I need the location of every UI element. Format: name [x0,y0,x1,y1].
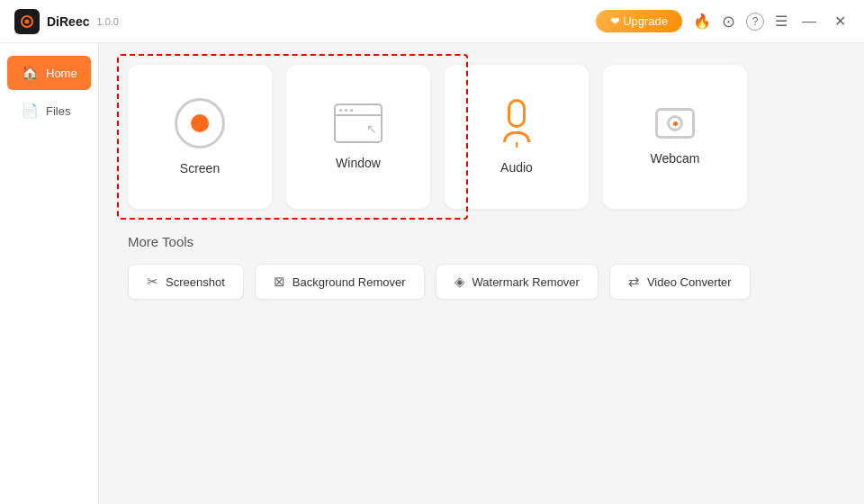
settings-icon[interactable]: ⊙ [722,14,735,30]
screen-circle-inner [191,114,209,132]
cam-dot [673,122,678,126]
content-area: Screen ↖ Window [99,43,864,504]
minimize-button[interactable]: — [798,12,820,32]
screenshot-tool-button[interactable]: ✂ Screenshot [128,264,244,300]
cam-body [655,108,695,139]
mic-stand [503,131,530,142]
app-name: DiReec [47,14,89,29]
cam-lens [667,115,683,131]
title-bar-left: DiReec 1.0.0 [14,9,119,34]
close-button[interactable]: ✕ [831,11,850,32]
files-icon: 📄 [22,103,39,119]
webcam-card[interactable]: Webcam [603,65,747,209]
dot3 [350,109,353,112]
video-converter-label: Video Converter [647,275,732,289]
bg-remover-tool-button[interactable]: ⊠ Background Remover [255,264,425,300]
sidebar: 🏠 Home 📄 Files [0,43,99,504]
screenshot-icon: ✂ [147,274,158,290]
sidebar-item-home[interactable]: 🏠 Home [7,56,91,90]
screenshot-label: Screenshot [166,275,225,289]
dot1 [339,109,342,112]
home-icon: 🏠 [22,65,39,81]
screen-card[interactable]: Screen [128,65,272,209]
webcam-label: Webcam [651,151,700,166]
window-card[interactable]: ↖ Window [286,65,430,209]
app-version: 1.0.0 [96,16,118,27]
video-converter-tool-button[interactable]: ⇄ Video Converter [609,264,751,300]
window-content-icon: ↖ [336,116,381,141]
screen-icon [175,98,225,148]
screen-label: Screen [180,161,220,176]
main-layout: 🏠 Home 📄 Files Screen [0,43,864,504]
app-logo-icon [21,15,33,28]
dot2 [345,109,347,112]
wm-remover-tool-button[interactable]: ◈ Watermark Remover [436,264,598,300]
mic-base [516,142,518,148]
flame-icon[interactable]: 🔥 [693,14,711,29]
menu-icon[interactable]: ☰ [775,14,788,29]
window-icon: ↖ [334,104,382,143]
window-titlebar-icon [336,105,381,116]
audio-label: Audio [500,160,533,175]
mic-body [508,99,526,128]
screen-circle-outer [175,98,225,148]
sidebar-item-files[interactable]: 📄 Files [7,94,91,128]
cursor-icon: ↖ [366,122,377,136]
window-label: Window [336,156,381,170]
upgrade-button[interactable]: ❤ Upgrade [596,10,682,32]
bg-remover-icon: ⊠ [274,274,285,290]
help-icon[interactable]: ? [746,13,764,31]
bg-remover-label: Background Remover [292,275,406,289]
sidebar-home-label: Home [46,67,77,80]
tools-grid: ✂ Screenshot ⊠ Background Remover ◈ Wate… [128,264,835,300]
wm-remover-icon: ◈ [454,274,465,290]
title-bar: DiReec 1.0.0 ❤ Upgrade 🔥 ⊙ ? ☰ — ✕ [0,0,864,43]
audio-card[interactable]: Audio [445,65,589,209]
app-logo [14,9,40,34]
title-bar-right: ❤ Upgrade 🔥 ⊙ ? ☰ — ✕ [596,10,850,32]
more-tools-section: More Tools ✂ Screenshot ⊠ Background Rem… [128,234,835,300]
webcam-icon [655,108,695,139]
sidebar-files-label: Files [46,104,70,118]
wm-remover-label: Watermark Remover [472,275,580,289]
audio-icon [503,99,530,148]
video-converter-icon: ⇄ [628,274,640,290]
recording-cards-row: Screen ↖ Window [128,65,835,209]
more-tools-title: More Tools [128,234,835,249]
